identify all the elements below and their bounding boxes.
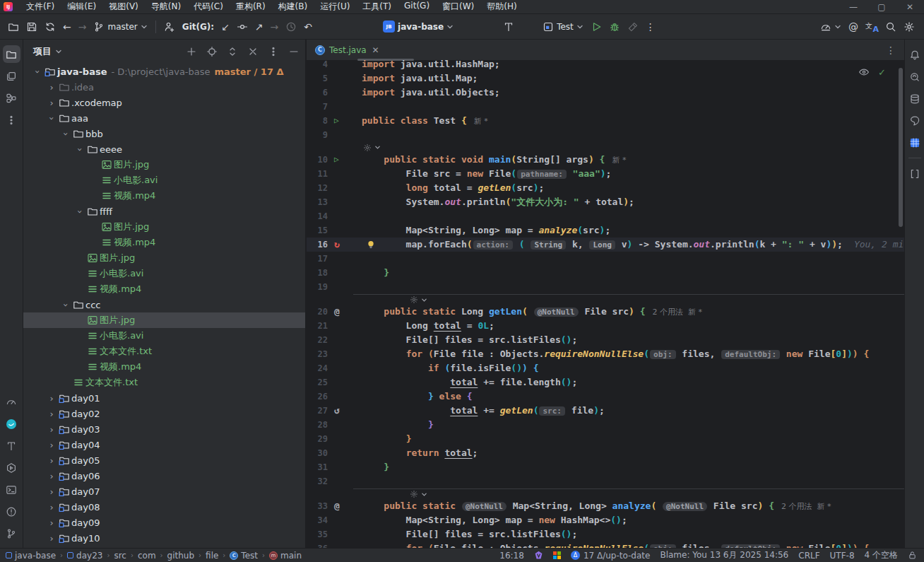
breadcrumb-main[interactable]: mmain [269, 551, 302, 561]
breadcrumb-day23[interactable]: day23 [67, 551, 102, 561]
method-separator-inlay[interactable] [353, 294, 904, 305]
save-icon[interactable] [23, 19, 41, 35]
menu-重构R[interactable]: 重构(R) [230, 0, 272, 13]
line-number[interactable]: 26 [307, 390, 328, 404]
tree-item-day05[interactable]: ›day05 [23, 452, 305, 468]
line-number[interactable]: 33 [307, 499, 328, 513]
sync-icon[interactable] [41, 19, 59, 35]
rollback-icon[interactable]: ↶ [300, 20, 316, 34]
line-number[interactable]: 34 [307, 513, 328, 527]
breadcrumb-src[interactable]: src [114, 551, 126, 561]
intention-bulb-icon[interactable] [366, 240, 376, 250]
line-number[interactable]: 24 [307, 361, 328, 375]
more-icon[interactable]: ⋮ [642, 20, 659, 34]
chevron-down-icon[interactable]: › [61, 128, 71, 139]
line-number[interactable]: 7 [307, 100, 328, 114]
line-number[interactable]: 19 [307, 280, 328, 294]
line-number[interactable]: 28 [307, 418, 328, 432]
line-number[interactable]: 36 [307, 541, 328, 548]
git-tool-icon[interactable] [3, 525, 20, 542]
tree-item-文本文件.txt[interactable]: 文本文件.txt [23, 375, 305, 390]
line-number[interactable]: 35 [307, 527, 328, 541]
line-number[interactable]: 13 [307, 195, 328, 209]
menu-编辑E[interactable]: 编辑(E) [61, 0, 102, 13]
tree-item-小电影.avi[interactable]: 小电影.avi [23, 266, 305, 281]
chevron-down-icon[interactable]: › [61, 299, 71, 310]
menu-视图V[interactable]: 视图(V) [102, 0, 145, 13]
project-panel-title[interactable]: 项目 [33, 45, 62, 58]
close-tab-icon[interactable]: ✕ [372, 45, 379, 55]
add-user-icon[interactable] [160, 19, 179, 35]
line-number[interactable]: 12 [307, 181, 328, 195]
lock-icon[interactable] [908, 551, 917, 560]
menu-导航N[interactable]: 导航(N) [145, 0, 187, 13]
line-number[interactable]: 21 [307, 319, 328, 333]
cherry-pick-icon[interactable]: → [267, 20, 283, 34]
line-number[interactable]: 18 [307, 266, 328, 280]
tree-item-day03[interactable]: ›day03 [23, 421, 305, 437]
git-commit-icon[interactable] [233, 19, 251, 35]
hide-icon[interactable] [288, 46, 300, 57]
commit-tool-icon[interactable] [3, 67, 20, 85]
endpoints-tool-icon[interactable] [906, 68, 923, 86]
codevision-inlay[interactable] [307, 142, 904, 153]
chevron-right-icon[interactable]: › [46, 424, 57, 435]
line-separator-widget[interactable]: CRLF [798, 551, 819, 561]
run-gutter-icon[interactable]: ▷ [334, 153, 339, 167]
expand-icon[interactable] [227, 46, 238, 57]
tree-item-aaa[interactable]: ›aaa [23, 110, 305, 126]
menu-文件F[interactable]: 文件(F) [20, 0, 61, 13]
recursive-call-gutter-icon[interactable]: ↺ [334, 404, 340, 418]
line-number[interactable]: 29 [307, 432, 328, 446]
locate-icon[interactable] [206, 46, 218, 57]
chevron-right-icon[interactable]: › [46, 82, 57, 93]
line-number[interactable]: 17 [307, 252, 328, 266]
run-gutter-icon[interactable]: ▷ [334, 114, 339, 128]
chevron-down-icon[interactable]: › [75, 206, 85, 217]
tree-item-day07[interactable]: ›day07 [23, 484, 305, 499]
more-icon[interactable] [268, 46, 279, 57]
recursive-call-gutter-icon[interactable]: ↻ [334, 238, 340, 252]
line-number[interactable]: 14 [307, 209, 328, 223]
breadcrumb-java-base[interactable]: java-base [6, 551, 56, 561]
project-tool-icon[interactable] [3, 45, 20, 63]
tree-item-视频.mp4[interactable]: 视频.mp4 [23, 281, 305, 297]
chevron-right-icon[interactable]: › [46, 393, 57, 404]
search-icon[interactable] [882, 19, 900, 35]
encoding-widget[interactable]: UTF-8 [830, 551, 855, 561]
menu-代码C[interactable]: 代码(C) [187, 0, 230, 13]
git-branch-widget[interactable]: Δ17 Δ/up-to-date [571, 551, 651, 561]
tree-item-小电影.avi[interactable]: 小电影.avi [23, 172, 305, 188]
tree-item-图片.jpg[interactable]: 图片.jpg [23, 219, 305, 235]
tree-item-day10[interactable]: ›day10 [23, 530, 305, 546]
line-number[interactable]: 4 [307, 57, 328, 71]
tree-item-图片.jpg[interactable]: 图片.jpg [23, 250, 305, 266]
tree-item-eeee[interactable]: ›eeee [23, 141, 305, 157]
build-icon[interactable] [499, 19, 518, 35]
terminal-tool-icon[interactable] [3, 481, 20, 498]
tree-item-视频.mp4[interactable]: 视频.mp4 [23, 359, 305, 375]
menu-构建B[interactable]: 构建(B) [272, 0, 314, 13]
chevron-right-icon[interactable]: › [46, 455, 57, 466]
ai-prompt-icon[interactable] [362, 142, 373, 153]
chevron-right-icon[interactable]: › [46, 409, 57, 419]
chevron-down-icon[interactable]: › [75, 144, 85, 155]
services-tool-icon[interactable] [3, 459, 20, 476]
tree-item-图片.jpg[interactable]: 图片.jpg [23, 157, 305, 172]
annotation-gutter-icon[interactable]: @ [334, 499, 340, 513]
tree-item-ffff[interactable]: ›ffff [23, 204, 305, 219]
tree-item-bbb[interactable]: ›bbb [23, 126, 305, 141]
tree-item-小电影.avi[interactable]: 小电影.avi [23, 328, 305, 344]
menu-帮助H[interactable]: 帮助(H) [480, 0, 523, 13]
ai-prompt-icon[interactable] [408, 488, 420, 500]
line-number[interactable]: 6 [307, 86, 328, 100]
close-button[interactable]: ✕ [896, 0, 924, 13]
chevron-right-icon[interactable]: › [46, 502, 57, 513]
notifications-tool-icon[interactable] [906, 46, 923, 64]
tray-plugin-icon[interactable] [534, 551, 543, 560]
more-tool-icon[interactable] [3, 111, 20, 129]
run-config-widget[interactable]: Test [539, 19, 587, 35]
highlighting-eye-icon[interactable] [858, 66, 870, 78]
breadcrumb-com[interactable]: com [138, 551, 156, 561]
chevron-down-icon[interactable]: › [32, 66, 43, 77]
